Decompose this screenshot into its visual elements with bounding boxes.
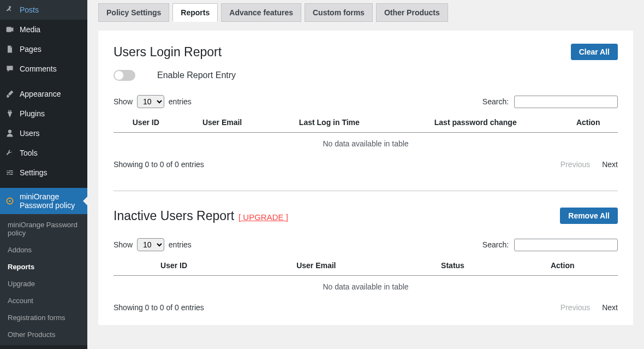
media-icon bbox=[4, 24, 15, 35]
main-content: Policy Settings Reports Advance features… bbox=[87, 0, 644, 349]
sidebar-item-label: Plugins bbox=[20, 109, 45, 118]
sidebar-item-tools[interactable]: Tools bbox=[0, 143, 87, 163]
login-pagination: Previous Next bbox=[551, 160, 618, 169]
tab-advance-features[interactable]: Advance features bbox=[221, 3, 301, 22]
login-search-input[interactable] bbox=[514, 96, 618, 108]
col-status[interactable]: Status bbox=[398, 256, 508, 276]
tab-bar: Policy Settings Reports Advance features… bbox=[98, 3, 633, 22]
inactive-search-wrap: Search: bbox=[482, 239, 618, 251]
show-label: Show bbox=[114, 97, 133, 106]
sidebar-item-media[interactable]: Media bbox=[0, 20, 87, 39]
pin-icon bbox=[4, 4, 15, 15]
inactive-page-length: Show 10 entries bbox=[114, 238, 192, 251]
user-icon bbox=[4, 128, 15, 139]
sidebar-item-miniorange[interactable]: miniOrange Password policy bbox=[0, 188, 87, 214]
sidebar-sub-other[interactable]: Other Products bbox=[0, 326, 87, 343]
sidebar-sub-registration[interactable]: Registration forms bbox=[0, 309, 87, 326]
inactive-next-button[interactable]: Next bbox=[602, 303, 618, 312]
sidebar-item-label: Appearance bbox=[20, 90, 61, 98]
sidebar-item-label: Media bbox=[20, 25, 40, 34]
sidebar-item-plugins[interactable]: Plugins bbox=[0, 104, 87, 123]
col-action[interactable]: Action bbox=[558, 113, 618, 133]
login-prev-button[interactable]: Previous bbox=[560, 160, 590, 169]
tab-custom-forms[interactable]: Custom forms bbox=[305, 3, 373, 22]
admin-sidebar: Posts Media Pages Comments Appearance Pl… bbox=[0, 0, 87, 349]
wrench-icon bbox=[4, 147, 15, 158]
sidebar-item-label: Posts bbox=[20, 5, 39, 14]
upgrade-link[interactable]: [ UPGRADE ] bbox=[238, 212, 288, 222]
tab-other-products[interactable]: Other Products bbox=[376, 3, 448, 22]
sidebar-sub-account[interactable]: Account bbox=[0, 292, 87, 309]
clear-all-button[interactable]: Clear All bbox=[571, 44, 618, 60]
inactive-empty-row: No data available in table bbox=[114, 276, 618, 298]
login-report-title: Users Login Report bbox=[114, 45, 222, 60]
login-next-button[interactable]: Next bbox=[602, 160, 618, 169]
sidebar-sub-policy[interactable]: miniOrange Password policy bbox=[0, 216, 87, 241]
sidebar-item-appearance[interactable]: Appearance bbox=[0, 84, 87, 104]
inactive-table-info: Showing 0 to 0 of 0 entries bbox=[114, 303, 204, 312]
entries-label: entries bbox=[169, 240, 192, 249]
inactive-pagination: Previous Next bbox=[551, 303, 618, 312]
remove-all-button[interactable]: Remove All bbox=[560, 208, 618, 224]
entries-label: entries bbox=[169, 97, 192, 106]
sidebar-item-comments[interactable]: Comments bbox=[0, 59, 87, 79]
comment-icon bbox=[4, 63, 15, 74]
col-user-id[interactable]: User ID bbox=[114, 256, 234, 276]
inactive-report-table: User ID User Email Status Action No data… bbox=[114, 256, 618, 298]
col-user-email[interactable]: User Email bbox=[234, 256, 398, 276]
sidebar-item-label: Settings bbox=[20, 168, 47, 177]
sidebar-item-label: miniOrange Password policy bbox=[20, 192, 83, 210]
col-user-id[interactable]: User ID bbox=[114, 113, 178, 133]
sidebar-sub-reports[interactable]: Reports bbox=[0, 258, 87, 275]
svg-point-1 bbox=[9, 200, 10, 202]
col-user-email[interactable]: User Email bbox=[178, 113, 266, 133]
inactive-prev-button[interactable]: Previous bbox=[560, 303, 590, 312]
enable-report-label: Enable Report Entry bbox=[157, 70, 236, 80]
login-page-length: Show 10 entries bbox=[114, 95, 192, 108]
brush-icon bbox=[4, 88, 15, 99]
section-divider bbox=[114, 191, 618, 191]
sidebar-sub-addons[interactable]: Addons bbox=[0, 241, 87, 258]
sidebar-item-settings[interactable]: Settings bbox=[0, 163, 87, 182]
sidebar-subgroup-miniorange: miniOrange Password policy Addons Report… bbox=[0, 214, 87, 345]
enable-report-toggle[interactable] bbox=[114, 70, 135, 81]
login-search-wrap: Search: bbox=[482, 96, 618, 108]
search-label: Search: bbox=[482, 240, 509, 249]
sidebar-item-pages[interactable]: Pages bbox=[0, 39, 87, 59]
sidebar-item-posts[interactable]: Posts bbox=[0, 0, 87, 20]
inactive-search-input[interactable] bbox=[514, 239, 618, 251]
sidebar-item-label: Users bbox=[20, 129, 40, 138]
show-label: Show bbox=[114, 240, 133, 249]
sidebar-item-users[interactable]: Users bbox=[0, 123, 87, 143]
login-empty-row: No data available in table bbox=[114, 133, 618, 155]
search-label: Search: bbox=[482, 97, 509, 106]
col-last-pwchange[interactable]: Last password change bbox=[392, 113, 558, 133]
col-action[interactable]: Action bbox=[507, 256, 618, 276]
page-icon bbox=[4, 44, 15, 55]
login-table-info: Showing 0 to 0 of 0 entries bbox=[114, 160, 204, 169]
sidebar-item-label: Pages bbox=[20, 45, 41, 54]
plug-icon bbox=[4, 108, 15, 119]
login-report-table: User ID User Email Last Log in Time Last… bbox=[114, 113, 618, 155]
login-page-size-select[interactable]: 10 bbox=[137, 95, 164, 108]
sidebar-item-label: Tools bbox=[20, 149, 38, 157]
sidebar-item-label: Comments bbox=[20, 64, 57, 73]
reports-panel: Users Login Report Clear All Enable Repo… bbox=[98, 31, 633, 325]
col-last-login[interactable]: Last Log in Time bbox=[266, 113, 392, 133]
inactive-page-size-select[interactable]: 10 bbox=[137, 238, 164, 251]
tab-policy-settings[interactable]: Policy Settings bbox=[98, 3, 169, 22]
tab-reports[interactable]: Reports bbox=[172, 3, 218, 22]
sliders-icon bbox=[4, 167, 15, 178]
sidebar-sub-upgrade[interactable]: Upgrade bbox=[0, 275, 87, 292]
inactive-report-title: Inactive Users Report bbox=[114, 209, 234, 223]
miniorange-icon bbox=[4, 196, 15, 206]
